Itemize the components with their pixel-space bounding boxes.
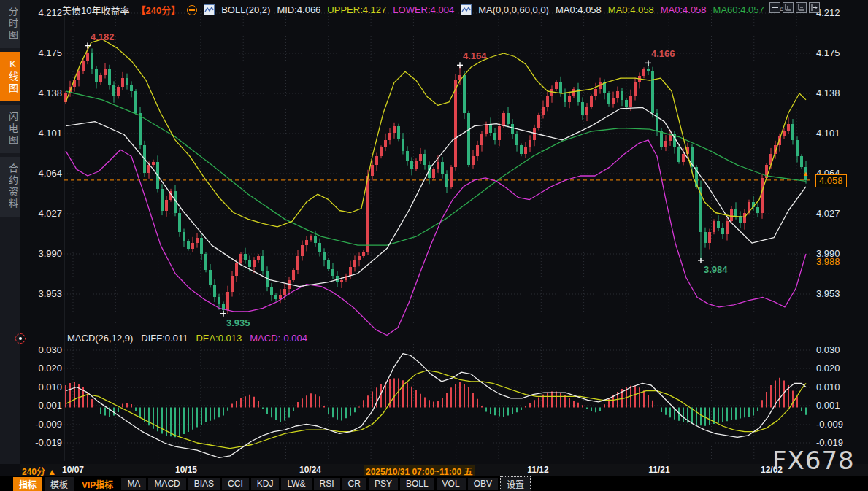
main-axis-tick: 4.027 <box>20 208 62 219</box>
last-price-badge: 4.058 <box>815 174 847 187</box>
indicator-button-boll[interactable]: BOLL <box>400 478 434 490</box>
ma-label: MA(0,0,0,60,0,0) <box>478 4 549 15</box>
price-annotation: 3.984 <box>704 264 728 275</box>
macd-axis-tick: 0.020 <box>816 363 864 374</box>
main-axis-tick: 4.138 <box>816 88 864 98</box>
indicator-button-lw&[interactable]: LW& <box>281 478 311 490</box>
boll-upper-value: UPPER:4.127 <box>327 4 386 15</box>
y-axis-scale-icon[interactable] <box>783 2 794 13</box>
main-axis-tick: 3.953 <box>20 288 62 299</box>
time-axis-label: 10/24 <box>281 465 339 475</box>
ma-value: MA0:4.058 <box>556 4 602 15</box>
time-axis-label: 10/15 <box>157 465 215 475</box>
main-axis-tick: 4.212 <box>816 7 864 18</box>
toolbar-tab-active[interactable]: 指标 <box>13 477 42 491</box>
price-annotation: 3.935 <box>226 317 250 328</box>
main-axis-tick: 3.953 <box>816 288 864 299</box>
indicator-button-bias[interactable]: BIAS <box>188 478 220 490</box>
macd-axis-tick: 0.030 <box>816 344 864 355</box>
macd-axis-tick: 0.010 <box>20 382 62 393</box>
chart-header: 美债10年收益率 【240分】 BOLL(20,2) MID:4.066 UPP… <box>62 3 793 17</box>
crosshair-icon[interactable] <box>769 2 780 13</box>
main-axis-tick: 4.212 <box>20 7 62 18</box>
collapse-icon[interactable] <box>187 5 197 15</box>
main-axis-tick: 4.101 <box>816 128 864 139</box>
price-annotation: 4.166 <box>651 48 675 59</box>
macd-axis-tick: 0.001 <box>816 400 864 411</box>
toolbar-tab-item[interactable]: 模板 <box>45 477 74 491</box>
main-axis-tick: 4.175 <box>816 47 864 58</box>
main-axis-tick: 4.175 <box>20 47 62 58</box>
macd-axis-tick: 0.010 <box>816 382 864 393</box>
macd-axis-tick: -0.019 <box>20 437 62 448</box>
indicator-button-cr[interactable]: CR <box>342 478 366 490</box>
x-axis-scale-icon[interactable] <box>796 2 807 13</box>
indicator-button-vol[interactable]: VOL <box>437 478 466 490</box>
indicator-button-ma[interactable]: MA <box>121 478 146 490</box>
period-label: 【240分】 <box>136 3 180 17</box>
main-axis-tick: 4.101 <box>20 128 62 139</box>
ma-value: MA0:4.058 <box>608 4 654 15</box>
macd-header: MACD(26,12,9) DIFF:0.011 DEA:0.013 MACD:… <box>67 333 307 344</box>
time-axis-label: 11/12 <box>509 465 567 475</box>
indicator-button-kdj[interactable]: KDJ <box>251 478 280 490</box>
vip-indicator-button[interactable]: VIP指标 <box>76 477 119 491</box>
pan-right-icon[interactable] <box>809 2 820 13</box>
macd-name: MACD(26,12,9) <box>67 333 133 344</box>
macd-alert-icon[interactable] <box>15 333 26 344</box>
indicator-button-obv[interactable]: OBV <box>468 478 498 490</box>
price-annotation: 4.182 <box>91 31 115 42</box>
time-axis-label: 11/21 <box>630 465 688 475</box>
bottom-toolbar: 指标模板VIP指标MAMACDBIASCCIKDJLW&RSICRPSYBOLL… <box>0 476 868 491</box>
price-annotation: 4.164 <box>463 50 487 61</box>
boll-mid-value: MID:4.066 <box>277 4 320 15</box>
trading-app-window: 分时图K线图闪电图合约资料 美债10年收益率 【240分】 BOLL(20,2)… <box>0 0 868 491</box>
main-axis-tick: 4.064 <box>20 168 62 179</box>
time-axis-selected-label: 2025/10/31 07:00~11:00 五 <box>364 465 475 477</box>
macd-value: MACD:-0.004 <box>250 333 307 344</box>
indicator-button-rsi[interactable]: RSI <box>314 478 340 490</box>
ma-values: MA0:4.058MA0:4.058MA0:4.058MA60:4.057MA0… <box>556 4 793 15</box>
main-axis-tick: 3.990 <box>20 248 62 259</box>
indicator-button-macd[interactable]: MACD <box>148 478 185 490</box>
macd-axis-tick: 0.030 <box>20 344 62 355</box>
macd-axis-tick: 0.020 <box>20 363 62 374</box>
indicator-button-psy[interactable]: PSY <box>369 478 398 490</box>
chart-plot[interactable] <box>0 0 868 491</box>
macd-axis-tick: -0.009 <box>20 419 62 430</box>
macd-diff-value: DIFF:0.011 <box>141 333 188 344</box>
ma-value: MA0:4.058 <box>661 4 707 15</box>
ma-value: MA60:4.057 <box>713 4 764 15</box>
macd-axis-tick: -0.009 <box>816 419 864 430</box>
boll-label: BOLL(20,2) <box>221 4 270 15</box>
main-axis-tick: 4.138 <box>20 88 62 98</box>
time-axis: 240分 ▲ 10/0710/1510/2411/1211/2112/02202… <box>20 464 868 476</box>
indicator-button-cci[interactable]: CCI <box>222 478 249 490</box>
reference-price-label: 3.988 <box>816 256 840 267</box>
corner-toolbar <box>769 2 820 13</box>
boll-indicator-icon[interactable] <box>204 4 215 15</box>
watermark: FX678 <box>772 446 855 475</box>
boll-lower-value: LOWER:4.004 <box>393 4 454 15</box>
main-axis-tick: 4.027 <box>816 208 864 219</box>
ma-indicator-icon[interactable] <box>461 4 472 15</box>
settings-button[interactable]: 设置 <box>500 476 531 491</box>
macd-dea-value: DEA:0.013 <box>196 333 242 344</box>
macd-axis-tick: 0.001 <box>20 400 62 411</box>
page-title: 美债10年收益率 <box>62 3 129 17</box>
last-price-arrow-icon: ▲ <box>802 170 809 177</box>
time-axis-label: 10/07 <box>44 465 102 475</box>
